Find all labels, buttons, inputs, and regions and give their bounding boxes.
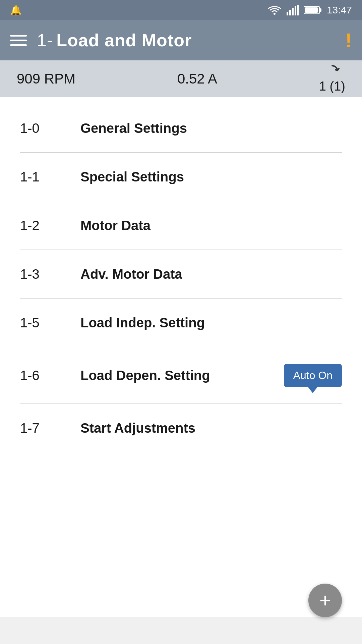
menu-item-1-6[interactable]: 1-6 Load Depen. Setting Auto On [0,347,362,404]
menu-item-code: 1-1 [20,169,80,184]
menu-item-1-3[interactable]: 1-3 Adv. Motor Data [0,250,362,299]
notification-icon: 🔔 [10,5,22,16]
svg-rect-8 [305,7,318,13]
menu-item-code: 1-5 [20,315,80,330]
signal-icon [287,5,299,15]
amp-display: 0.52 A [177,71,217,87]
refresh-icon[interactable] [325,64,340,78]
hamburger-menu-button[interactable] [10,35,27,46]
page-title-text: Load and Motor [56,31,192,50]
svg-rect-3 [292,8,294,15]
status-bar-left: 🔔 [10,5,22,16]
menu-item-label: Load Indep. Setting [80,315,342,330]
toolbar-left: 1-Load and Motor [10,30,192,50]
toolbar: 1-Load and Motor ! [0,20,362,60]
hamburger-line-3 [10,44,27,46]
menu-item-1-2[interactable]: 1-2 Motor Data [0,201,362,250]
hamburger-line-2 [10,40,27,41]
menu-item-1-7[interactable]: 1-7 Start Adjustments [0,404,362,452]
status-time: 13:47 [327,4,352,16]
menu-item-code: 1-7 [20,421,80,436]
page-title-prefix: 1- [37,31,53,50]
alert-icon[interactable]: ! [345,29,352,52]
menu-item-code: 1-2 [20,218,80,233]
svg-point-0 [274,13,276,15]
svg-rect-7 [319,8,321,12]
battery-icon [304,6,321,14]
rpm-display: 909 RPM [17,71,75,87]
svg-rect-5 [297,5,299,15]
svg-rect-4 [295,6,296,15]
main-content: 1-0 General Settings 1-1 Special Setting… [0,97,362,617]
svg-rect-2 [289,10,291,15]
menu-item-label: Special Settings [80,169,342,184]
status-bar-right: 13:47 [268,4,352,16]
svg-rect-1 [287,12,288,15]
menu-item-label: Motor Data [80,218,342,233]
page-title: 1-Load and Motor [37,30,192,50]
hamburger-line-1 [10,35,27,37]
menu-item-1-5[interactable]: 1-5 Load Indep. Setting [0,299,362,347]
menu-item-label: General Settings [80,121,342,136]
counter-value: 1 (1) [319,79,345,94]
menu-item-label: Start Adjustments [80,421,342,436]
menu-item-label: Adv. Motor Data [80,267,342,282]
status-bar: 🔔 13:47 [0,0,362,20]
wifi-icon [268,5,281,15]
fab-add-button[interactable]: + [308,584,342,617]
auto-on-badge[interactable]: Auto On [284,364,342,387]
menu-item-1-1[interactable]: 1-1 Special Settings [0,153,362,201]
menu-item-code: 1-0 [20,121,80,136]
status-counter: 1 (1) [319,64,345,94]
menu-item-code: 1-3 [20,267,80,282]
menu-item-1-0[interactable]: 1-0 General Settings [0,104,362,153]
menu-item-label: Load Depen. Setting [80,368,284,383]
menu-item-code: 1-6 [20,368,80,383]
status-panel: 909 RPM 0.52 A 1 (1) [0,60,362,97]
